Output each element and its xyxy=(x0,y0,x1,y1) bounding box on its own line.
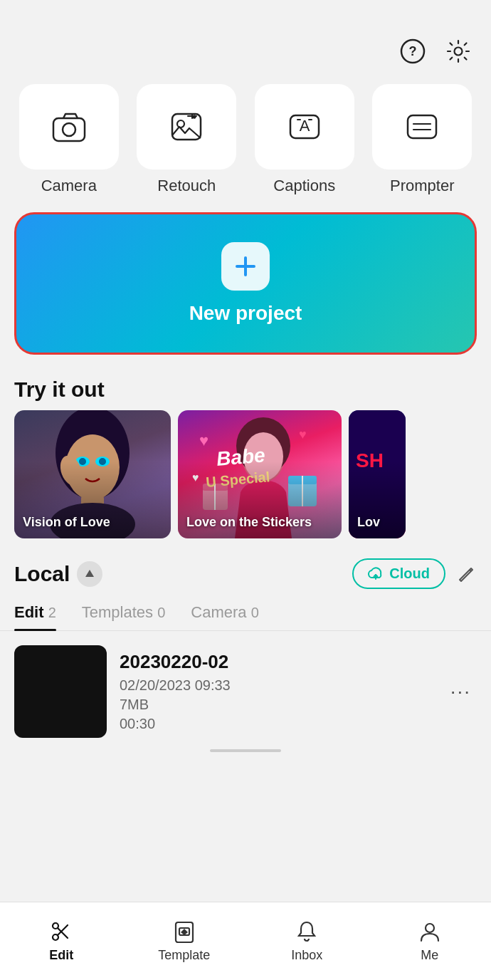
action-captions[interactable]: A Captions xyxy=(250,84,359,195)
project-size: 7MB xyxy=(120,697,432,713)
help-icon[interactable]: ? xyxy=(397,36,428,67)
card2-label: Love on the Stickers xyxy=(186,515,312,530)
svg-text:?: ? xyxy=(409,44,417,58)
cloud-label: Cloud xyxy=(389,565,430,582)
tab-camera[interactable]: Camera 0 xyxy=(191,595,258,630)
project-thumbnail xyxy=(14,645,107,738)
card1-label: Vision of Love xyxy=(23,515,110,530)
try-card-1[interactable]: Vision of Love xyxy=(14,410,171,538)
card3-label: Lov xyxy=(357,515,380,530)
local-tabs: Edit 2 Templates 0 Camera 0 xyxy=(0,595,491,631)
new-project-wrapper: New project xyxy=(0,201,491,366)
prompter-label: Prompter xyxy=(390,177,454,195)
action-prompter[interactable]: Prompter xyxy=(368,84,477,195)
local-left: Local xyxy=(14,561,102,587)
svg-rect-3 xyxy=(53,118,85,141)
project-date: 02/20/2023 09:33 xyxy=(120,677,432,694)
local-right: Cloud xyxy=(352,558,477,589)
svg-rect-5 xyxy=(172,114,201,140)
project-list: 20230220-02 02/20/2023 09:33 7MB 00:30 ·… xyxy=(0,631,491,752)
nav-edit[interactable]: Edit xyxy=(0,919,123,963)
quick-actions: Camera Retouch A Captions xyxy=(0,78,491,201)
nav-me[interactable]: Me xyxy=(369,919,492,963)
project-info: 20230220-02 02/20/2023 09:33 7MB 00:30 xyxy=(120,651,432,732)
new-project-label: New project xyxy=(189,302,302,325)
new-project-button[interactable]: New project xyxy=(14,212,477,355)
tab-camera-label: Camera 0 xyxy=(191,603,258,621)
nav-me-label: Me xyxy=(421,948,438,963)
sort-button[interactable] xyxy=(77,561,102,587)
try-it-out-title: Try it out xyxy=(0,366,491,410)
action-retouch[interactable]: Retouch xyxy=(132,84,242,195)
nav-inbox-label: Inbox xyxy=(291,948,322,963)
local-title: Local xyxy=(14,562,70,586)
bottom-nav: Edit Template Inbox Me xyxy=(0,902,491,980)
nav-edit-label: Edit xyxy=(49,948,73,963)
svg-point-2 xyxy=(455,48,463,56)
project-duration: 00:30 xyxy=(120,716,432,732)
nav-template-label: Template xyxy=(158,948,210,963)
svg-rect-10 xyxy=(408,115,436,138)
project-item[interactable]: 20230220-02 02/20/2023 09:33 7MB 00:30 ·… xyxy=(14,645,477,738)
cloud-button[interactable]: Cloud xyxy=(352,558,445,589)
retouch-label: Retouch xyxy=(157,177,216,195)
local-header: Local Cloud xyxy=(0,550,491,595)
settings-icon[interactable] xyxy=(443,36,474,67)
edit-pencil-button[interactable] xyxy=(457,564,477,584)
tab-templates-label: Templates 0 xyxy=(82,603,166,621)
svg-point-4 xyxy=(63,123,75,136)
try-it-out-scroll: Vision of Love ♥ ♥ ♥ xyxy=(0,410,491,550)
top-bar: ? xyxy=(0,0,491,78)
camera-label: Camera xyxy=(41,177,97,195)
try-card-3[interactable]: SH Lov xyxy=(349,410,406,538)
tab-edit[interactable]: Edit 2 xyxy=(14,595,56,630)
svg-marker-40 xyxy=(85,570,94,577)
project-more-button[interactable]: ··· xyxy=(445,674,477,709)
action-camera[interactable]: Camera xyxy=(14,84,124,195)
svg-point-6 xyxy=(177,120,184,127)
new-project-plus-icon xyxy=(221,242,270,291)
captions-label: Captions xyxy=(273,177,335,195)
nav-inbox[interactable]: Inbox xyxy=(246,919,369,963)
svg-marker-51 xyxy=(181,929,188,935)
svg-point-7 xyxy=(194,116,196,118)
project-name: 20230220-02 xyxy=(120,651,432,673)
tab-templates[interactable]: Templates 0 xyxy=(82,595,166,630)
nav-template[interactable]: Template xyxy=(123,919,246,963)
svg-point-52 xyxy=(426,924,434,932)
try-card-2[interactable]: ♥ ♥ ♥ Babe U Special Love on the Sticker… xyxy=(178,410,342,538)
tab-edit-label: Edit 2 xyxy=(14,603,56,621)
